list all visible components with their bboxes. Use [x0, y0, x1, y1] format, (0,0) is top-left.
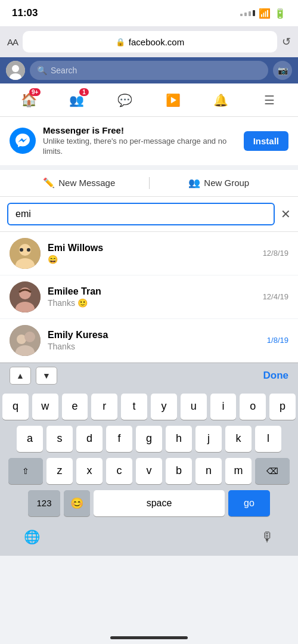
- key-w[interactable]: w: [32, 394, 58, 420]
- messenger-icon: 💬: [117, 93, 132, 107]
- camera-button[interactable]: 📷: [273, 61, 292, 80]
- contact-preview: Thanks 🙂: [48, 298, 256, 308]
- key-x[interactable]: x: [76, 458, 103, 484]
- signal-icon: [240, 10, 255, 16]
- browser-bar: AA 🔒 facebook.com ↺: [0, 26, 298, 57]
- status-bar: 11:03 📶 🔋: [0, 0, 298, 26]
- key-h[interactable]: h: [166, 426, 192, 452]
- key-r[interactable]: r: [91, 394, 117, 420]
- key-a[interactable]: a: [17, 426, 43, 452]
- key-p[interactable]: p: [269, 394, 296, 420]
- fb-menu-button[interactable]: ☰: [256, 87, 283, 113]
- fb-home-button[interactable]: 🏠 9+: [15, 87, 42, 113]
- key-l[interactable]: l: [255, 426, 281, 452]
- url-bar[interactable]: 🔒 facebook.com: [23, 31, 277, 52]
- contact-time: 12/4/19: [263, 292, 288, 301]
- messenger-banner: Messenger is Free! Unlike texting, there…: [0, 117, 298, 170]
- contact-list: Emi Willows 😄 12/8/19 Emilee Tran Thanks…: [0, 232, 298, 363]
- hamburger-icon: ☰: [264, 93, 275, 107]
- url-text: facebook.com: [129, 37, 184, 47]
- fb-friends-button[interactable]: 👥 1: [64, 87, 90, 113]
- keyboard: q w e r t y u i o p a s d f g h j k l ⇧ …: [0, 389, 298, 525]
- delete-key[interactable]: ⌫: [255, 458, 290, 484]
- font-size-control[interactable]: AA: [7, 37, 18, 47]
- group-icon: 👥: [188, 177, 200, 188]
- globe-icon[interactable]: 🌐: [24, 530, 40, 545]
- battery-icon: 🔋: [274, 8, 286, 19]
- contact-preview: 😄: [48, 255, 256, 264]
- key-y[interactable]: y: [151, 394, 177, 420]
- new-message-button[interactable]: ✏️ New Message: [10, 177, 149, 188]
- key-m[interactable]: m: [225, 458, 252, 484]
- new-group-button[interactable]: 👥 New Group: [150, 177, 289, 188]
- key-e[interactable]: e: [62, 394, 88, 420]
- contact-time: 12/8/19: [263, 249, 288, 258]
- keyboard-row-3: ⇧ z x c v b n m ⌫: [2, 458, 296, 484]
- contact-item[interactable]: Emily Kuresa Thanks 1/8/19: [0, 319, 298, 363]
- install-button[interactable]: Install: [244, 131, 288, 151]
- key-t[interactable]: t: [121, 394, 147, 420]
- wifi-icon: 📶: [259, 8, 271, 19]
- go-key[interactable]: go: [228, 490, 270, 516]
- keyboard-row-1: q w e r t y u i o p: [2, 394, 296, 420]
- space-key[interactable]: space: [94, 490, 225, 516]
- search-icon: 🔍: [37, 66, 47, 75]
- emoji-key[interactable]: 😊: [64, 490, 90, 516]
- key-d[interactable]: d: [76, 426, 103, 452]
- refresh-button[interactable]: ↺: [282, 35, 291, 48]
- key-j[interactable]: j: [195, 426, 222, 452]
- contact-info: Emilee Tran Thanks 🙂: [48, 286, 256, 308]
- fb-video-button[interactable]: ▶️: [160, 87, 186, 113]
- camera-icon: 📷: [278, 66, 288, 75]
- key-s[interactable]: s: [46, 426, 73, 452]
- fb-notifications-button[interactable]: 🔔: [208, 87, 234, 113]
- key-u[interactable]: u: [181, 394, 207, 420]
- friends-badge: 1: [79, 88, 89, 96]
- key-z[interactable]: z: [46, 458, 73, 484]
- fb-nav-icons: 🏠 9+ 👥 1 💬 ▶️ 🔔 ☰: [0, 83, 298, 117]
- fb-profile-avatar[interactable]: [6, 61, 25, 80]
- keyboard-toolbar: ▲ ▼ Done: [0, 363, 298, 389]
- new-group-label: New Group: [204, 178, 249, 188]
- contact-preview: Thanks: [48, 342, 260, 351]
- new-message-label: New Message: [58, 178, 115, 188]
- key-k[interactable]: k: [225, 426, 252, 452]
- contact-info: Emi Willows 😄: [48, 243, 256, 264]
- avatar: [10, 238, 41, 269]
- shift-key[interactable]: ⇧: [8, 458, 43, 484]
- key-b[interactable]: b: [166, 458, 192, 484]
- keyboard-row-4: 123 😊 space go: [2, 490, 296, 516]
- key-v[interactable]: v: [136, 458, 162, 484]
- keyboard-row-2: a s d f g h j k l: [2, 426, 296, 452]
- arrow-down-button[interactable]: ▼: [36, 367, 57, 385]
- key-c[interactable]: c: [106, 458, 132, 484]
- contact-item[interactable]: Emilee Tran Thanks 🙂 12/4/19: [0, 275, 298, 319]
- contact-item[interactable]: Emi Willows 😄 12/8/19: [0, 232, 298, 275]
- svg-point-1: [12, 65, 19, 72]
- banner-content: Messenger is Free! Unlike texting, there…: [43, 125, 237, 157]
- svg-point-3: [10, 128, 36, 154]
- fb-search-box[interactable]: 🔍 Search: [30, 61, 268, 80]
- key-i[interactable]: i: [210, 394, 237, 420]
- done-button[interactable]: Done: [263, 370, 289, 382]
- key-f[interactable]: f: [106, 426, 132, 452]
- key-o[interactable]: o: [240, 394, 266, 420]
- numbers-key[interactable]: 123: [28, 490, 60, 516]
- compose-icon: ✏️: [43, 177, 55, 188]
- messenger-logo: [10, 128, 36, 154]
- notification-badge: 9+: [29, 88, 41, 96]
- status-icons: 📶 🔋: [240, 8, 286, 19]
- clear-search-button[interactable]: ✕: [281, 207, 291, 221]
- arrow-up-button[interactable]: ▲: [10, 367, 31, 385]
- key-n[interactable]: n: [195, 458, 222, 484]
- contact-name: Emily Kuresa: [48, 330, 260, 340]
- search-input[interactable]: [7, 203, 275, 225]
- key-q[interactable]: q: [2, 394, 29, 420]
- fb-messenger-button[interactable]: 💬: [112, 87, 138, 113]
- microphone-icon[interactable]: 🎙: [261, 530, 274, 545]
- banner-title: Messenger is Free!: [43, 125, 237, 135]
- message-actions-bar: ✏️ New Message 👥 New Group: [0, 170, 298, 197]
- svg-point-8: [27, 248, 30, 252]
- key-g[interactable]: g: [136, 426, 162, 452]
- contact-time: 1/8/19: [267, 336, 288, 345]
